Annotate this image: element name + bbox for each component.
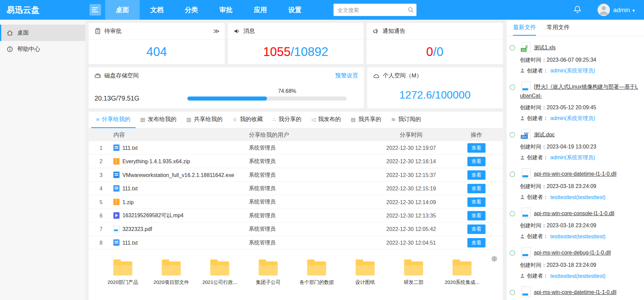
nav-item[interactable]: 文档 (140, 0, 174, 20)
select-circle[interactable] (510, 290, 515, 295)
file-name-link[interactable]: api-ms-win-core-datetime-l1-1-0.dll (534, 289, 616, 295)
folder-name: 设计图纸 (355, 279, 375, 286)
row-index: 4 (89, 185, 113, 191)
share-tab[interactable]: 我共享的 (346, 112, 386, 128)
hamburger-menu-icon[interactable] (90, 4, 101, 15)
file-type-icon (113, 185, 119, 192)
sidebar-item-label: 桌面 (17, 29, 29, 37)
folder-item[interactable]: 2020部门产品 (99, 258, 147, 300)
folder-item[interactable]: 2021公司行政... (196, 258, 244, 300)
alert-settings-link[interactable]: 预警设置 (335, 72, 358, 79)
view-button[interactable]: 查看 (467, 238, 485, 247)
user-menu[interactable]: admin▼ (613, 0, 636, 20)
share-tab[interactable]: 分享给我的 (91, 112, 136, 128)
row-index: 2 (89, 158, 113, 164)
notification-bell-icon[interactable] (573, 5, 581, 13)
folder-item[interactable]: 各个部门的数据 (292, 258, 341, 300)
file-name-link[interactable]: api-ms-win-core-datetime-l1-1-0.dll (534, 171, 616, 177)
view-button[interactable]: 查看 (467, 184, 485, 193)
pending-approval-card: 待审批 ≫ 404 (89, 23, 224, 64)
view-button[interactable]: 查看 (467, 157, 485, 166)
folder-name: 各个部门的数据 (300, 279, 334, 286)
view-button[interactable]: 查看 (467, 224, 485, 234)
person-icon (520, 194, 525, 199)
folder-icon (452, 261, 471, 276)
share-time: 2022-12-30 12:15:19 (372, 185, 450, 191)
file-name-link[interactable]: api-ms-win-core-console-l1-1-0.dll (534, 210, 614, 216)
folder-name: 2020系统集成... (445, 279, 480, 286)
select-circle[interactable] (510, 132, 515, 137)
tab-latest-files[interactable]: 最新文件 (513, 20, 536, 36)
creator-label: 创建者： (527, 193, 548, 201)
sidebar-item-help-center[interactable]: 帮助中心 (0, 41, 86, 57)
share-tab[interactable]: 我的收藏 (228, 112, 268, 128)
select-circle[interactable] (510, 211, 515, 216)
file-type-icon (522, 129, 531, 139)
disk-storage-card: 磁盘存储空间 预警设置 20.13G/79.51G 74.68% (89, 67, 364, 108)
creator-value: testtesttest(testtesttest) (550, 194, 606, 200)
file-type-icon (522, 247, 531, 258)
card-title: 待审批 (104, 27, 121, 35)
folder-item[interactable]: 研发二部 (389, 258, 438, 300)
share-tab[interactable]: 我订阅的 (386, 112, 426, 128)
share-tab[interactable]: 我发布的 (307, 112, 346, 128)
file-type-icon (522, 81, 531, 92)
nav-item[interactable]: 应用 (243, 0, 278, 20)
file-name-link[interactable]: [野火]《嵌入式Linux镜像构建与部署—基于LubanCat- (520, 84, 638, 99)
nav-item[interactable]: 设置 (278, 0, 312, 20)
shared-by-user: 系统管理员 (249, 144, 372, 152)
share-tab[interactable]: 我分享的 (268, 112, 306, 128)
creator-label: 创建者： (527, 67, 548, 74)
folder-name: 研发二部 (404, 279, 424, 286)
created-time-label: 创建时间： (520, 223, 547, 229)
select-circle[interactable] (510, 250, 515, 256)
folder-item[interactable]: 设计图纸 (341, 258, 389, 300)
file-name-link[interactable]: 测试1.xls (534, 44, 556, 50)
column-header-operation: 操作 (450, 131, 503, 138)
file-name-link[interactable]: api-ms-win-core-debug-l1-1-0.dll (534, 249, 611, 255)
table-header: 内容 分享给我的用户 分享时间 操作 (89, 128, 502, 141)
gear-icon[interactable] (491, 255, 498, 262)
shared-by-user: 系统管理员 (249, 185, 372, 192)
select-circle[interactable] (510, 172, 515, 177)
user-avatar[interactable] (598, 4, 610, 16)
creator-value: testtesttest(testtesttest) (550, 273, 606, 279)
share-tab[interactable]: 发布给我的 (136, 112, 182, 128)
sidebar-item-desktop[interactable]: 桌面 (0, 24, 86, 41)
file-type-icon (113, 239, 119, 246)
folder-name: 2021公司行政... (202, 279, 237, 286)
creator-value: testtesttest(testtesttest) (550, 233, 606, 239)
select-circle[interactable] (510, 45, 515, 51)
view-button[interactable]: 查看 (467, 143, 485, 153)
shared-by-user: 系统管理员 (249, 239, 372, 246)
approval-clipboard-icon (95, 28, 101, 35)
storage-progress-bar: 74.68% (187, 97, 346, 101)
file-list-item: api-ms-win-core-console-l1-1-0.dll 创建时间：… (510, 208, 639, 240)
view-button[interactable]: 查看 (467, 197, 485, 206)
left-sidebar: 桌面 帮助中心 (0, 20, 86, 300)
folder-item[interactable]: 2020项目部文件 (147, 258, 195, 300)
nav-item[interactable]: 分类 (174, 0, 209, 20)
view-button[interactable]: 查看 (467, 170, 485, 180)
right-panel-tabs: 最新文件 常用文件 (506, 20, 644, 36)
view-button[interactable]: 查看 (467, 211, 485, 220)
select-circle[interactable] (510, 84, 515, 90)
search-input[interactable] (333, 4, 416, 16)
folder-icon (356, 261, 374, 276)
folder-item[interactable]: 2020系统集成... (438, 258, 486, 300)
list-icon (96, 116, 99, 122)
search-icon[interactable] (408, 7, 414, 13)
expand-icon[interactable]: ≫ (213, 27, 219, 35)
row-index: 8 (89, 239, 113, 245)
latest-files-list: 测试1.xls 创建时间：2023-06-07 09:25:34 创建者：adm… (506, 36, 644, 300)
nav-item[interactable]: 桌面 (105, 0, 140, 20)
shared-by-user: 系统管理员 (249, 225, 372, 233)
share-tab[interactable]: 共享给我的 (181, 112, 228, 128)
file-name-link[interactable]: 测试.doc (534, 131, 555, 137)
row-index: 7 (89, 226, 113, 232)
tab-frequent-files[interactable]: 常用文件 (547, 20, 570, 36)
card-title: 通知通告 (382, 27, 406, 35)
nav-item[interactable]: 审批 (209, 0, 243, 20)
folder-item[interactable]: 集团子公司 (244, 258, 292, 300)
share-time: 2022-12-30 12:05:42 (372, 226, 450, 232)
